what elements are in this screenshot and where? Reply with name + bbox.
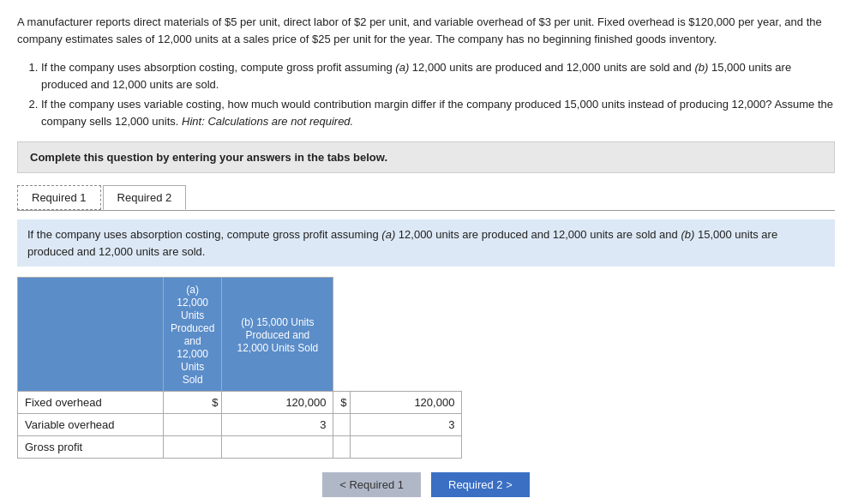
label-variable-overhead: Variable overhead bbox=[18, 414, 164, 436]
label-gross-profit: Gross profit bbox=[18, 436, 164, 459]
table-container: (a) 12,000 UnitsProduced and12,000 Units… bbox=[17, 277, 835, 459]
questions-list: If the company uses absorption costing, … bbox=[41, 59, 835, 129]
header-col-a: (a) 12,000 UnitsProduced and12,000 Units… bbox=[164, 278, 222, 392]
header-col-b: (b) 15,000 UnitsProduced and12,000 Units… bbox=[222, 278, 333, 392]
instruction-box: If the company uses absorption costing, … bbox=[17, 219, 835, 267]
tabs-row: Required 1 Required 2 bbox=[17, 185, 835, 211]
question-2: If the company uses variable costing, ho… bbox=[41, 96, 835, 129]
col-a-value-fixed[interactable]: 120,000 bbox=[222, 392, 333, 414]
col-b-value-fixed[interactable]: 120,000 bbox=[351, 392, 462, 414]
col-b-value-gross[interactable] bbox=[351, 436, 462, 459]
question-1: If the company uses absorption costing, … bbox=[41, 59, 835, 93]
col-a-dollar-fixed: $ bbox=[164, 392, 222, 414]
table-row: Fixed overhead $ 120,000 $ 120,000 bbox=[18, 392, 462, 414]
col-a-dollar-variable bbox=[164, 414, 222, 436]
col-b-value-variable[interactable]: 3 bbox=[351, 414, 462, 436]
col-b-dollar-variable bbox=[333, 414, 351, 436]
col-b-dollar-fixed: $ bbox=[333, 392, 351, 414]
nav-buttons: < Required 1 Required 2 > bbox=[17, 472, 835, 497]
col-b-dollar-gross bbox=[333, 436, 351, 459]
col-a-value-gross[interactable] bbox=[222, 436, 333, 459]
tab-required2[interactable]: Required 2 bbox=[103, 185, 187, 210]
next-button[interactable]: Required 2 > bbox=[431, 472, 530, 497]
label-fixed-overhead: Fixed overhead bbox=[18, 392, 164, 414]
table-row: Variable overhead 3 3 bbox=[18, 414, 462, 436]
complete-box: Complete this question by entering your … bbox=[17, 141, 835, 173]
col-a-dollar-gross bbox=[164, 436, 222, 459]
intro-paragraph: A manufacturer reports direct materials … bbox=[17, 14, 835, 47]
prev-button[interactable]: < Required 1 bbox=[322, 472, 421, 497]
col-a-value-variable[interactable]: 3 bbox=[222, 414, 333, 436]
table-row: Gross profit bbox=[18, 436, 462, 459]
tab-required1[interactable]: Required 1 bbox=[17, 185, 101, 210]
data-table: (a) 12,000 UnitsProduced and12,000 Units… bbox=[17, 277, 462, 459]
header-empty bbox=[18, 278, 164, 392]
